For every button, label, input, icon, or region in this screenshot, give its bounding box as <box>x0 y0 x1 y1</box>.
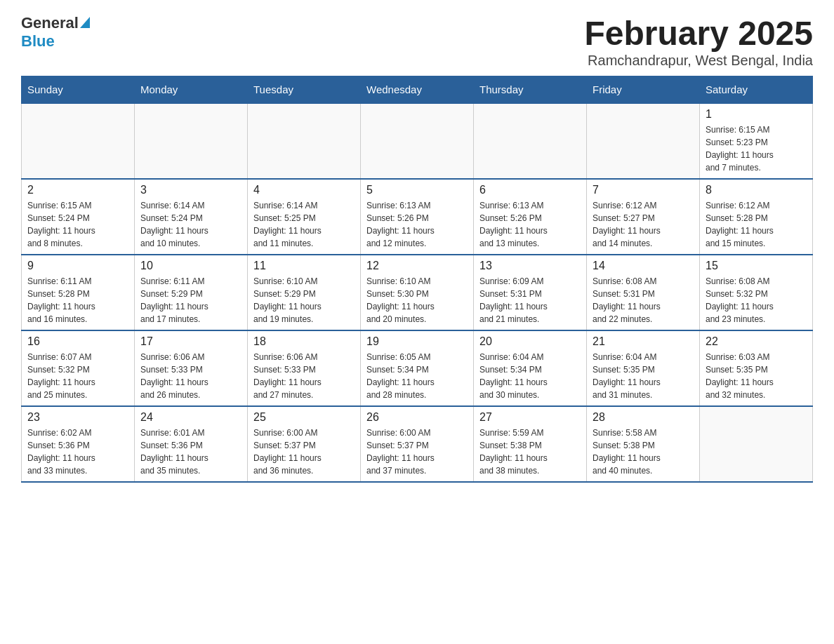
day-info: Sunrise: 6:11 AMSunset: 5:28 PMDaylight:… <box>27 275 128 326</box>
calendar-cell: 20Sunrise: 6:04 AMSunset: 5:34 PMDayligh… <box>474 330 587 406</box>
day-info: Sunrise: 6:09 AMSunset: 5:31 PMDaylight:… <box>479 275 581 326</box>
calendar-table: SundayMondayTuesdayWednesdayThursdayFrid… <box>21 76 813 483</box>
calendar-cell: 10Sunrise: 6:11 AMSunset: 5:29 PMDayligh… <box>135 255 248 330</box>
calendar-cell <box>474 103 587 179</box>
calendar-cell <box>135 103 248 179</box>
weekday-header-row: SundayMondayTuesdayWednesdayThursdayFrid… <box>22 76 813 104</box>
title-section: February 2025 Ramchandrapur, West Bengal… <box>584 14 813 69</box>
calendar-cell: 6Sunrise: 6:13 AMSunset: 5:26 PMDaylight… <box>474 179 587 255</box>
weekday-header-monday: Monday <box>135 76 248 104</box>
day-number: 17 <box>140 335 241 348</box>
day-info: Sunrise: 6:04 AMSunset: 5:35 PMDaylight:… <box>593 351 694 401</box>
calendar-cell <box>700 406 813 482</box>
day-number: 15 <box>706 260 807 272</box>
day-number: 22 <box>706 335 807 348</box>
weekday-header-sunday: Sunday <box>22 76 135 104</box>
day-info: Sunrise: 6:06 AMSunset: 5:33 PMDaylight:… <box>140 351 241 401</box>
calendar-cell: 17Sunrise: 6:06 AMSunset: 5:33 PMDayligh… <box>135 330 248 406</box>
calendar-cell: 3Sunrise: 6:14 AMSunset: 5:24 PMDaylight… <box>135 179 248 255</box>
day-number: 25 <box>253 411 355 424</box>
day-info: Sunrise: 6:00 AMSunset: 5:37 PMDaylight:… <box>253 427 355 477</box>
day-number: 2 <box>27 184 128 196</box>
calendar-cell: 14Sunrise: 6:08 AMSunset: 5:31 PMDayligh… <box>587 255 700 330</box>
day-info: Sunrise: 6:03 AMSunset: 5:35 PMDaylight:… <box>706 351 807 401</box>
day-number: 3 <box>140 184 241 196</box>
day-number: 12 <box>366 260 468 272</box>
calendar-week-row: 16Sunrise: 6:07 AMSunset: 5:32 PMDayligh… <box>22 330 813 406</box>
calendar-body: 1Sunrise: 6:15 AMSunset: 5:23 PMDaylight… <box>22 103 813 482</box>
day-number: 26 <box>366 411 468 424</box>
day-info: Sunrise: 6:02 AMSunset: 5:36 PMDaylight:… <box>27 427 128 477</box>
calendar-cell <box>587 103 700 179</box>
calendar-cell <box>248 103 361 179</box>
calendar-cell: 1Sunrise: 6:15 AMSunset: 5:23 PMDaylight… <box>700 103 813 179</box>
day-number: 13 <box>479 260 581 272</box>
day-info: Sunrise: 6:12 AMSunset: 5:28 PMDaylight:… <box>706 199 807 250</box>
day-number: 4 <box>253 184 355 196</box>
calendar-header: SundayMondayTuesdayWednesdayThursdayFrid… <box>22 76 813 104</box>
calendar-cell: 19Sunrise: 6:05 AMSunset: 5:34 PMDayligh… <box>361 330 474 406</box>
calendar-cell: 5Sunrise: 6:13 AMSunset: 5:26 PMDaylight… <box>361 179 474 255</box>
day-info: Sunrise: 5:59 AMSunset: 5:38 PMDaylight:… <box>479 427 581 477</box>
day-number: 1 <box>706 108 807 121</box>
calendar-cell: 12Sunrise: 6:10 AMSunset: 5:30 PMDayligh… <box>361 255 474 330</box>
day-info: Sunrise: 6:11 AMSunset: 5:29 PMDaylight:… <box>140 275 241 326</box>
day-info: Sunrise: 6:01 AMSunset: 5:36 PMDaylight:… <box>140 427 241 477</box>
day-info: Sunrise: 6:13 AMSunset: 5:26 PMDaylight:… <box>479 199 581 250</box>
day-number: 8 <box>706 184 807 196</box>
day-number: 28 <box>593 411 694 424</box>
calendar-cell: 22Sunrise: 6:03 AMSunset: 5:35 PMDayligh… <box>700 330 813 406</box>
day-info: Sunrise: 6:06 AMSunset: 5:33 PMDaylight:… <box>253 351 355 401</box>
calendar-week-row: 1Sunrise: 6:15 AMSunset: 5:23 PMDaylight… <box>22 103 813 179</box>
day-number: 6 <box>479 184 581 196</box>
weekday-header-saturday: Saturday <box>700 76 813 104</box>
day-number: 27 <box>479 411 581 424</box>
logo-blue-text: Blue <box>21 32 55 50</box>
day-number: 18 <box>253 335 355 348</box>
logo: General Blue <box>21 14 90 51</box>
day-number: 21 <box>593 335 694 348</box>
calendar-cell: 25Sunrise: 6:00 AMSunset: 5:37 PMDayligh… <box>248 406 361 482</box>
day-number: 11 <box>253 260 355 272</box>
day-info: Sunrise: 6:08 AMSunset: 5:32 PMDaylight:… <box>706 275 807 326</box>
weekday-header-wednesday: Wednesday <box>361 76 474 104</box>
day-info: Sunrise: 6:15 AMSunset: 5:23 PMDaylight:… <box>706 123 807 174</box>
day-info: Sunrise: 6:07 AMSunset: 5:32 PMDaylight:… <box>27 351 128 401</box>
calendar-cell: 7Sunrise: 6:12 AMSunset: 5:27 PMDaylight… <box>587 179 700 255</box>
logo-arrow-icon <box>80 17 90 28</box>
calendar-cell: 13Sunrise: 6:09 AMSunset: 5:31 PMDayligh… <box>474 255 587 330</box>
day-info: Sunrise: 6:15 AMSunset: 5:24 PMDaylight:… <box>27 199 128 250</box>
day-number: 19 <box>366 335 468 348</box>
calendar-cell: 8Sunrise: 6:12 AMSunset: 5:28 PMDaylight… <box>700 179 813 255</box>
calendar-cell <box>22 103 135 179</box>
calendar-cell: 15Sunrise: 6:08 AMSunset: 5:32 PMDayligh… <box>700 255 813 330</box>
calendar-cell: 28Sunrise: 5:58 AMSunset: 5:38 PMDayligh… <box>587 406 700 482</box>
calendar-cell: 27Sunrise: 5:59 AMSunset: 5:38 PMDayligh… <box>474 406 587 482</box>
weekday-header-friday: Friday <box>587 76 700 104</box>
day-number: 5 <box>366 184 468 196</box>
calendar-cell: 18Sunrise: 6:06 AMSunset: 5:33 PMDayligh… <box>248 330 361 406</box>
page-header: General Blue February 2025 Ramchandrapur… <box>21 14 813 69</box>
day-number: 24 <box>140 411 241 424</box>
day-info: Sunrise: 5:58 AMSunset: 5:38 PMDaylight:… <box>593 427 694 477</box>
location-text: Ramchandrapur, West Bengal, India <box>584 53 813 69</box>
calendar-week-row: 2Sunrise: 6:15 AMSunset: 5:24 PMDaylight… <box>22 179 813 255</box>
calendar-week-row: 23Sunrise: 6:02 AMSunset: 5:36 PMDayligh… <box>22 406 813 482</box>
calendar-cell: 9Sunrise: 6:11 AMSunset: 5:28 PMDaylight… <box>22 255 135 330</box>
day-info: Sunrise: 6:08 AMSunset: 5:31 PMDaylight:… <box>593 275 694 326</box>
calendar-cell: 11Sunrise: 6:10 AMSunset: 5:29 PMDayligh… <box>248 255 361 330</box>
calendar-week-row: 9Sunrise: 6:11 AMSunset: 5:28 PMDaylight… <box>22 255 813 330</box>
calendar-cell: 24Sunrise: 6:01 AMSunset: 5:36 PMDayligh… <box>135 406 248 482</box>
day-info: Sunrise: 6:05 AMSunset: 5:34 PMDaylight:… <box>366 351 468 401</box>
calendar-cell <box>361 103 474 179</box>
day-info: Sunrise: 6:14 AMSunset: 5:24 PMDaylight:… <box>140 199 241 250</box>
calendar-cell: 2Sunrise: 6:15 AMSunset: 5:24 PMDaylight… <box>22 179 135 255</box>
calendar-cell: 21Sunrise: 6:04 AMSunset: 5:35 PMDayligh… <box>587 330 700 406</box>
day-number: 7 <box>593 184 694 196</box>
calendar-cell: 16Sunrise: 6:07 AMSunset: 5:32 PMDayligh… <box>22 330 135 406</box>
day-info: Sunrise: 6:12 AMSunset: 5:27 PMDaylight:… <box>593 199 694 250</box>
calendar-cell: 4Sunrise: 6:14 AMSunset: 5:25 PMDaylight… <box>248 179 361 255</box>
day-info: Sunrise: 6:14 AMSunset: 5:25 PMDaylight:… <box>253 199 355 250</box>
calendar-cell: 26Sunrise: 6:00 AMSunset: 5:37 PMDayligh… <box>361 406 474 482</box>
month-title: February 2025 <box>584 14 813 53</box>
